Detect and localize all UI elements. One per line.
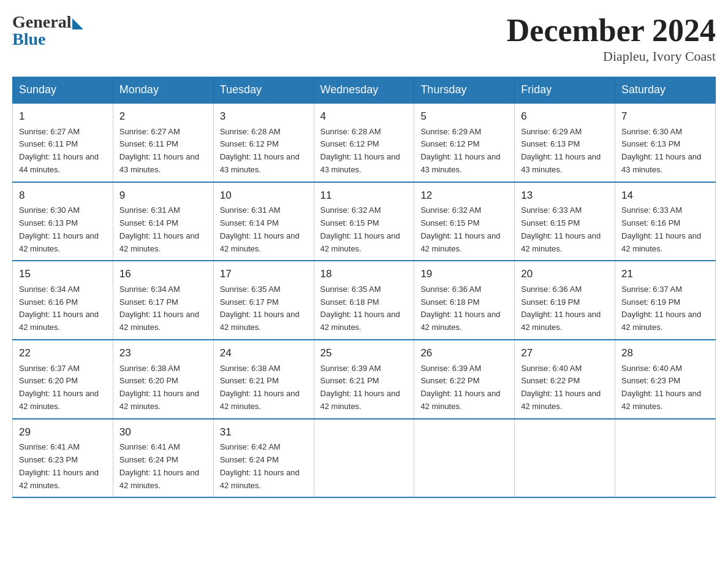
day-number: 5 (420, 109, 508, 124)
table-row: 16Sunrise: 6:34 AMSunset: 6:17 PMDayligh… (113, 261, 213, 340)
table-row: 2Sunrise: 6:27 AMSunset: 6:11 PMDaylight… (113, 103, 213, 182)
day-info: Sunrise: 6:28 AMSunset: 6:12 PMDaylight:… (320, 126, 408, 177)
table-row: 11Sunrise: 6:32 AMSunset: 6:15 PMDayligh… (314, 182, 414, 261)
day-info: Sunrise: 6:40 AMSunset: 6:23 PMDaylight:… (621, 362, 709, 413)
table-row: 31Sunrise: 6:42 AMSunset: 6:24 PMDayligh… (213, 419, 314, 498)
logo: General Blue (12, 12, 83, 49)
day-number: 8 (19, 188, 107, 204)
day-number: 20 (521, 266, 609, 282)
day-info: Sunrise: 6:41 AMSunset: 6:23 PMDaylight:… (19, 441, 107, 492)
day-number: 30 (119, 424, 207, 440)
table-row: 26Sunrise: 6:39 AMSunset: 6:22 PMDayligh… (414, 340, 515, 419)
day-number: 4 (320, 109, 408, 124)
table-row: 7Sunrise: 6:30 AMSunset: 6:13 PMDaylight… (615, 103, 716, 182)
day-info: Sunrise: 6:38 AMSunset: 6:20 PMDaylight:… (119, 362, 207, 413)
month-title: December 2024 (507, 12, 716, 48)
day-info: Sunrise: 6:36 AMSunset: 6:19 PMDaylight:… (521, 283, 609, 334)
calendar-week-row: 8Sunrise: 6:30 AMSunset: 6:13 PMDaylight… (13, 182, 716, 261)
day-number: 13 (521, 188, 609, 204)
day-info: Sunrise: 6:42 AMSunset: 6:24 PMDaylight:… (220, 441, 308, 492)
table-row: 27Sunrise: 6:40 AMSunset: 6:22 PMDayligh… (515, 340, 615, 419)
day-number: 21 (621, 266, 709, 282)
table-row: 23Sunrise: 6:38 AMSunset: 6:20 PMDayligh… (113, 340, 213, 419)
day-info: Sunrise: 6:35 AMSunset: 6:17 PMDaylight:… (220, 283, 308, 334)
day-info: Sunrise: 6:34 AMSunset: 6:16 PMDaylight:… (19, 283, 107, 334)
day-info: Sunrise: 6:29 AMSunset: 6:12 PMDaylight:… (420, 126, 508, 177)
day-info: Sunrise: 6:39 AMSunset: 6:21 PMDaylight:… (320, 362, 408, 413)
day-number: 15 (19, 266, 107, 282)
table-row: 21Sunrise: 6:37 AMSunset: 6:19 PMDayligh… (615, 261, 716, 340)
day-info: Sunrise: 6:28 AMSunset: 6:12 PMDaylight:… (220, 126, 308, 177)
col-wednesday: Wednesday (314, 77, 414, 104)
day-info: Sunrise: 6:27 AMSunset: 6:11 PMDaylight:… (119, 126, 207, 177)
day-info: Sunrise: 6:32 AMSunset: 6:15 PMDaylight:… (420, 204, 508, 255)
day-info: Sunrise: 6:27 AMSunset: 6:11 PMDaylight:… (19, 126, 107, 177)
table-row: 25Sunrise: 6:39 AMSunset: 6:21 PMDayligh… (314, 340, 414, 419)
table-row: 1Sunrise: 6:27 AMSunset: 6:11 PMDaylight… (13, 103, 113, 182)
day-number: 6 (521, 109, 609, 124)
table-row: 5Sunrise: 6:29 AMSunset: 6:12 PMDaylight… (414, 103, 515, 182)
day-number: 29 (19, 424, 107, 440)
day-number: 1 (19, 109, 107, 124)
day-number: 23 (119, 345, 207, 361)
logo-arrow-icon (72, 18, 83, 29)
table-row (515, 419, 615, 498)
table-row: 4Sunrise: 6:28 AMSunset: 6:12 PMDaylight… (314, 103, 414, 182)
table-row: 3Sunrise: 6:28 AMSunset: 6:12 PMDaylight… (213, 103, 314, 182)
table-row: 24Sunrise: 6:38 AMSunset: 6:21 PMDayligh… (213, 340, 314, 419)
table-row: 12Sunrise: 6:32 AMSunset: 6:15 PMDayligh… (414, 182, 515, 261)
day-info: Sunrise: 6:36 AMSunset: 6:18 PMDaylight:… (420, 283, 508, 334)
day-info: Sunrise: 6:30 AMSunset: 6:13 PMDaylight:… (621, 126, 709, 177)
table-row: 17Sunrise: 6:35 AMSunset: 6:17 PMDayligh… (213, 261, 314, 340)
col-monday: Monday (113, 77, 213, 104)
day-number: 19 (420, 266, 508, 282)
day-info: Sunrise: 6:33 AMSunset: 6:16 PMDaylight:… (621, 204, 709, 255)
day-info: Sunrise: 6:39 AMSunset: 6:22 PMDaylight:… (420, 362, 508, 413)
day-number: 2 (119, 109, 207, 124)
table-row: 13Sunrise: 6:33 AMSunset: 6:15 PMDayligh… (515, 182, 615, 261)
col-thursday: Thursday (414, 77, 515, 104)
day-number: 26 (420, 345, 508, 361)
col-saturday: Saturday (615, 77, 716, 104)
day-info: Sunrise: 6:32 AMSunset: 6:15 PMDaylight:… (320, 204, 408, 255)
table-row: 28Sunrise: 6:40 AMSunset: 6:23 PMDayligh… (615, 340, 716, 419)
logo-blue-text: Blue (12, 29, 45, 49)
day-number: 18 (320, 266, 408, 282)
day-info: Sunrise: 6:30 AMSunset: 6:13 PMDaylight:… (19, 204, 107, 255)
calendar-header-row: Sunday Monday Tuesday Wednesday Thursday… (13, 77, 716, 104)
title-block: December 2024 Diapleu, Ivory Coast (507, 12, 716, 64)
day-number: 25 (320, 345, 408, 361)
table-row: 6Sunrise: 6:29 AMSunset: 6:13 PMDaylight… (515, 103, 615, 182)
table-row: 18Sunrise: 6:35 AMSunset: 6:18 PMDayligh… (314, 261, 414, 340)
day-info: Sunrise: 6:41 AMSunset: 6:24 PMDaylight:… (119, 441, 207, 492)
calendar-week-row: 29Sunrise: 6:41 AMSunset: 6:23 PMDayligh… (13, 419, 716, 498)
day-info: Sunrise: 6:40 AMSunset: 6:22 PMDaylight:… (521, 362, 609, 413)
col-tuesday: Tuesday (213, 77, 314, 104)
day-number: 12 (420, 188, 508, 204)
calendar-week-row: 22Sunrise: 6:37 AMSunset: 6:20 PMDayligh… (13, 340, 716, 419)
day-number: 11 (320, 188, 408, 204)
calendar-table: Sunday Monday Tuesday Wednesday Thursday… (12, 77, 716, 498)
table-row (314, 419, 414, 498)
day-info: Sunrise: 6:37 AMSunset: 6:19 PMDaylight:… (621, 283, 709, 334)
day-number: 31 (220, 424, 308, 440)
day-number: 17 (220, 266, 308, 282)
day-number: 9 (119, 188, 207, 204)
day-number: 28 (621, 345, 709, 361)
day-number: 24 (220, 345, 308, 361)
calendar-week-row: 15Sunrise: 6:34 AMSunset: 6:16 PMDayligh… (13, 261, 716, 340)
day-number: 7 (621, 109, 709, 124)
col-sunday: Sunday (13, 77, 113, 104)
table-row: 20Sunrise: 6:36 AMSunset: 6:19 PMDayligh… (515, 261, 615, 340)
day-number: 16 (119, 266, 207, 282)
day-number: 3 (220, 109, 308, 124)
table-row: 15Sunrise: 6:34 AMSunset: 6:16 PMDayligh… (13, 261, 113, 340)
day-info: Sunrise: 6:31 AMSunset: 6:14 PMDaylight:… (220, 204, 308, 255)
col-friday: Friday (515, 77, 615, 104)
calendar-week-row: 1Sunrise: 6:27 AMSunset: 6:11 PMDaylight… (13, 103, 716, 182)
table-row (414, 419, 515, 498)
day-info: Sunrise: 6:31 AMSunset: 6:14 PMDaylight:… (119, 204, 207, 255)
day-number: 22 (19, 345, 107, 361)
day-info: Sunrise: 6:33 AMSunset: 6:15 PMDaylight:… (521, 204, 609, 255)
day-number: 27 (521, 345, 609, 361)
